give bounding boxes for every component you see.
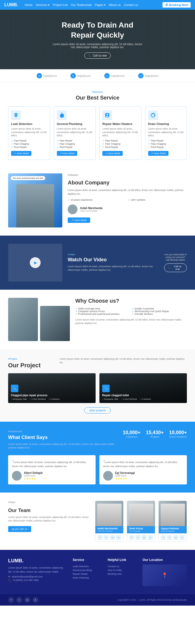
footer-twitter-icon[interactable]: t — [16, 597, 22, 603]
project-title-2: Repair clogged toilet — [102, 394, 184, 397]
reviewer-title-2: Staff Hotel — [115, 474, 135, 477]
footer-helpful: Helpful Link Contact us How to Order Boo… — [108, 558, 137, 586]
phone-icon: 📞 — [8, 579, 11, 582]
stat-label-hours: Hours Worktime — [169, 435, 187, 438]
join-button[interactable]: go join with us — [8, 526, 31, 532]
about-img-label: We work professionally and fast — [11, 176, 45, 180]
ceo-name: Indah Marshanda — [80, 207, 102, 210]
nav-services[interactable]: Services ▾ — [36, 3, 50, 7]
stats-container: 10,000+ Customers 15,430+ Projects 10,00… — [123, 430, 187, 438]
video-content: #Video Watch Our Video Lorem ipsum dolor… — [68, 253, 159, 272]
team-card-1: Indah Marshanda CEO & Founder f t in li — [95, 501, 123, 542]
about-description: Lorem ipsum dolor sit amet, consectetur … — [68, 189, 187, 196]
about-more-button[interactable]: ↗ more detail — [68, 217, 90, 223]
linkedin-icon[interactable]: li — [116, 535, 121, 540]
list-item: Pipe Repair — [148, 139, 184, 142]
testimonial-text-1: Lorem ipsum dolor sit amet, consectetur … — [12, 459, 92, 468]
other-projects-wrapper: other projects — [8, 407, 187, 414]
footer-link-item[interactable]: Booking now — [108, 572, 137, 576]
project-title-1: Clogged pipe repair process — [11, 394, 93, 397]
linkedin-icon[interactable]: li — [180, 535, 184, 540]
projects-title: Our Project — [8, 362, 51, 369]
footer-helpful-title: Helpful Link — [108, 558, 137, 562]
footer-email: ✉ skatche@studio@gmail.com — [8, 575, 67, 578]
footer-linkedin-icon[interactable]: li — [32, 597, 38, 603]
twitter-icon[interactable]: t — [104, 535, 109, 540]
project-card-2: Repair clogged toilet Denpasar, Bali 1 h… — [99, 373, 187, 403]
nav-links: Home Services ▾ Project List Our Testimo… — [25, 3, 162, 7]
service-desc-heater: Lorem ipsum dolor sit amet, consectetur … — [102, 127, 138, 137]
plumbing-icon — [57, 110, 67, 120]
play-button[interactable] — [30, 257, 41, 268]
team-member-name-3: Ajayya Patriana — [161, 527, 184, 530]
nav-contact[interactable]: Contact us — [124, 3, 138, 7]
testimonial-description: Lorem ipsum dolor sit amet, consectetur … — [8, 442, 115, 450]
projects-header: #Project Our Project Lorem ipsum dolor s… — [8, 357, 187, 369]
footer-link-item[interactable]: How to Order — [108, 568, 137, 572]
twitter-icon[interactable]: t — [135, 535, 140, 540]
about-feature-2: 100+ workers — [128, 199, 187, 201]
reviewer-info-2: Egi Serenanggi Staff Hotel ★★★★★ — [115, 471, 135, 480]
nav-home[interactable]: Home — [25, 3, 32, 7]
nav-testimonial[interactable]: Our Testimonial — [71, 3, 92, 7]
reviewer-2: Egi Serenanggi Staff Hotel ★★★★★ — [103, 471, 183, 481]
service-more-heater[interactable]: ↗ more detail — [102, 151, 123, 156]
footer: LUMB. Lorem ipsum dolor sit amet, consec… — [0, 550, 195, 594]
stat-label-customers: Customers — [123, 435, 141, 438]
other-projects-button[interactable]: other projects — [84, 407, 111, 414]
why-description: Lorem ipsum dolor sit amet, consectetur … — [75, 318, 187, 325]
instagram-icon[interactable]: in — [173, 535, 178, 540]
map-pin-icon: 📍 — [162, 572, 168, 578]
team-description: Lorem ipsum dolor sit amet, consectetur … — [8, 516, 90, 523]
instagram-icon[interactable]: in — [110, 535, 115, 540]
stat-hours: 10,000+ Hours Worktime — [169, 430, 187, 438]
testimonial-section: #Testimonial What Client Says Lorem ipsu… — [0, 422, 195, 493]
footer-link-item[interactable]: Leak Detection — [73, 564, 102, 568]
nav-projects[interactable]: Project List — [53, 3, 67, 7]
why-image-2 — [40, 306, 70, 341]
services-title: Our Best Service — [8, 95, 187, 101]
hero-cta-button[interactable]: 📞 Call us now — [84, 52, 111, 59]
service-desc-plumbing: Lorem ipsum dolor sit amet, consectetur … — [57, 127, 93, 137]
logo-label-2: logoipsum — [77, 74, 91, 77]
about-image: We work professionally and fast — [8, 173, 62, 227]
project-icon-2 — [102, 385, 110, 392]
footer-link-item[interactable]: General plumbing — [73, 568, 102, 572]
footer-email-text: skatche@studio@gmail.com — [12, 575, 43, 578]
footer-facebook-icon[interactable]: f — [8, 597, 14, 603]
project-workers-1: 2 workers — [48, 398, 60, 400]
nav-about[interactable]: About us — [109, 3, 121, 7]
ceo-title: CEO & Founder — [80, 210, 102, 212]
service-list-heater: Pipe Repair Pipe Clogging Roof Repair — [102, 139, 138, 149]
video-call-button[interactable]: Call us now — [164, 263, 187, 272]
booking-button[interactable]: 🗓 Booking Now — [162, 2, 191, 8]
nav-pages[interactable]: Pages ▾ — [95, 3, 106, 7]
footer-link-item[interactable]: Repair Heater — [73, 572, 102, 576]
twitter-icon[interactable]: t — [167, 535, 172, 540]
service-name-drain: Drain Cleaning — [148, 122, 184, 126]
project-meta-2: Denpasar, Bali 1 hour finished 2 workers — [102, 398, 184, 400]
service-more-leak[interactable]: ↗ more detail — [11, 151, 31, 156]
project-time-2: 1 hour finished — [121, 398, 137, 400]
footer-instagram-icon[interactable]: in — [24, 597, 30, 603]
facebook-icon[interactable]: f — [98, 535, 102, 540]
team-member-name-1: Indah Marshanda — [98, 527, 121, 530]
facebook-icon[interactable]: f — [161, 535, 166, 540]
projects-header-left: #Project Our Project — [8, 357, 51, 369]
service-more-drain[interactable]: ↗ more detail — [148, 151, 168, 156]
why-title: Why Choose us? — [75, 298, 187, 304]
list-item: Roof Repair — [148, 146, 184, 149]
linkedin-icon[interactable]: li — [148, 535, 153, 540]
why-content: Why Choose us? Wide-coverage area Cheape… — [75, 298, 187, 341]
why-image-1 — [8, 298, 38, 341]
logo-item-2: ◎ logoipsum — [70, 73, 91, 78]
facebook-icon[interactable]: f — [129, 535, 134, 540]
reviewer-info-1: Albert Deliagle Staff Hotel ★★★★★ — [24, 471, 43, 480]
footer-link-item[interactable]: Contact us — [108, 564, 137, 568]
footer-link-item[interactable]: Drain Cleaning — [73, 576, 102, 580]
instagram-icon[interactable]: in — [142, 535, 147, 540]
logo-label-3: logoipsum — [111, 74, 125, 77]
footer-description: Lorem ipsum dolor sit amet, consectetur … — [8, 566, 67, 574]
footer-map: 📍 — [142, 564, 187, 586]
service-more-plumbing[interactable]: ↗ more detail — [57, 151, 77, 156]
